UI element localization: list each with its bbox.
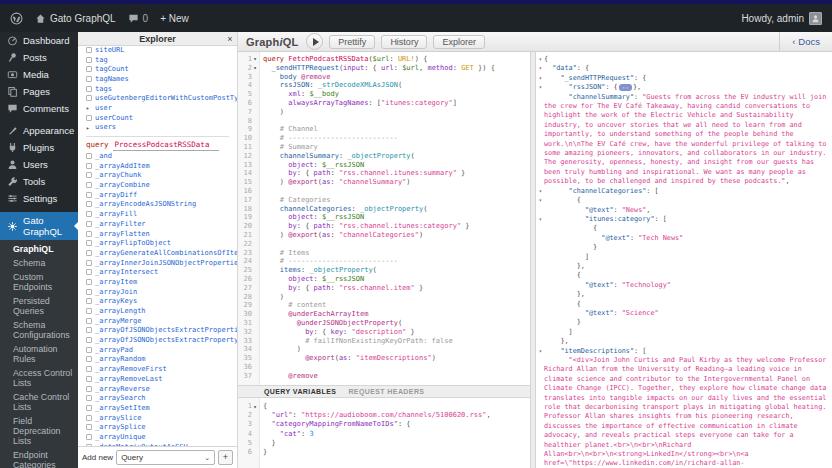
add-operation-button[interactable]: + — [218, 450, 233, 465]
fold-toggle-icon[interactable]: ▾ — [537, 55, 544, 64]
field-checkbox[interactable] — [86, 95, 92, 101]
sidebar-item-users[interactable]: Users — [0, 156, 78, 173]
submenu-item-field-deprecation-lists[interactable]: Field Deprecation Lists — [0, 414, 78, 448]
field-checkbox[interactable] — [86, 279, 92, 285]
fold-toggle-icon[interactable]: ▾ — [252, 402, 258, 411]
submenu-item-persisted-queries[interactable]: Persisted Queries — [0, 294, 78, 318]
fold-toggle-icon[interactable]: ▾ — [537, 74, 544, 83]
explorer-field-_arrayRemoveFirst[interactable]: _arrayRemoveFirst — [86, 364, 237, 374]
explorer-field-_arrayRemoveLast[interactable]: _arrayRemoveLast — [86, 374, 237, 384]
field-checkbox[interactable] — [86, 405, 92, 411]
field-checkbox[interactable] — [86, 434, 92, 440]
explorer-field-useGutenbergEditorWithCustomPostType[interactable]: useGutenbergEditorWithCustomPostType — [86, 93, 237, 103]
explorer-field-_arrayOfJSONObjectsExtractProperty[interactable]: _arrayOfJSONObjectsExtractProperty — [86, 335, 237, 345]
field-checkbox[interactable] — [86, 318, 92, 324]
explorer-field-_arrayFill[interactable]: _arrayFill — [86, 209, 237, 219]
field-checkbox[interactable] — [86, 153, 92, 159]
explorer-field-tags[interactable]: tags — [86, 84, 237, 94]
fold-toggle-icon[interactable]: ▾ — [537, 64, 544, 73]
field-checkbox[interactable] — [86, 424, 92, 430]
query-editor[interactable]: 1▾query FetchPodcastRSSData($url: URL!) … — [238, 52, 530, 385]
user-avatar[interactable] — [809, 12, 822, 25]
explorer-field-_arrayEncodeAsJSONString[interactable]: _arrayEncodeAsJSONString — [86, 200, 237, 210]
explorer-field-_arrayReverse[interactable]: _arrayReverse — [86, 384, 237, 394]
explorer-field-_arraySplice[interactable]: _arraySplice — [86, 422, 237, 432]
tab-request-headers[interactable]: REQUEST HEADERS — [348, 388, 424, 395]
submenu-item-endpoint-categories[interactable]: Endpoint Categories — [0, 448, 78, 468]
explorer-field-_arrayKeys[interactable]: _arrayKeys — [86, 297, 237, 307]
history-button[interactable]: History — [381, 35, 427, 49]
field-checkbox[interactable] — [86, 240, 92, 246]
explorer-field-_arrayCombine[interactable]: _arrayCombine — [86, 180, 237, 190]
explorer-field-_and[interactable]: _and — [86, 151, 237, 161]
new-content-button[interactable]: + New — [160, 13, 189, 24]
field-checkbox[interactable] — [86, 192, 92, 198]
field-checkbox[interactable] — [86, 250, 92, 256]
sidebar-item-comments[interactable]: Comments — [0, 100, 78, 117]
sidebar-item-posts[interactable]: Posts — [0, 49, 78, 66]
explorer-field-_arrayFlatten[interactable]: _arrayFlatten — [86, 229, 237, 239]
explorer-field-_arrayRandom[interactable]: _arrayRandom — [86, 355, 237, 365]
explorer-field-_arrayJoin[interactable]: _arrayJoin — [86, 287, 237, 297]
explorer-field-_arrayFilter[interactable]: _arrayFilter — [86, 219, 237, 229]
field-checkbox[interactable] — [86, 337, 92, 343]
field-checkbox[interactable] — [86, 269, 92, 275]
fold-toggle-icon[interactable]: ▾ — [537, 215, 544, 224]
submenu-item-cache-control-lists[interactable]: Cache Control Lists — [0, 390, 78, 414]
explorer-field-siteURL[interactable]: siteURL — [86, 46, 237, 55]
wordpress-logo-icon[interactable] — [10, 12, 23, 25]
field-checkbox[interactable] — [86, 76, 92, 82]
explorer-field-_arrayIntersect[interactable]: _arrayIntersect — [86, 267, 237, 277]
field-checkbox[interactable] — [86, 182, 92, 188]
sidebar-item-media[interactable]: Media — [0, 66, 78, 83]
field-checkbox[interactable] — [86, 386, 92, 392]
field-checkbox[interactable] — [86, 115, 92, 121]
explorer-field-_arrayDiff[interactable]: _arrayDiff — [86, 190, 237, 200]
submenu-item-custom-endpoints[interactable]: Custom Endpoints — [0, 270, 78, 294]
field-checkbox[interactable] — [86, 260, 92, 266]
explorer-field-users[interactable]: ▸users — [86, 123, 237, 133]
sidebar-item-dashboard[interactable]: Dashboard — [0, 32, 78, 49]
explorer-field-_arrayItem[interactable]: _arrayItem — [86, 277, 237, 287]
fold-toggle-icon[interactable]: ▾ — [537, 187, 544, 196]
explorer-field-_arrayMerge[interactable]: _arrayMerge — [86, 316, 237, 326]
submenu-item-schema[interactable]: Schema — [0, 256, 78, 270]
expand-caret-icon[interactable]: ▸ — [86, 124, 92, 131]
prettify-button[interactable]: Prettify — [329, 35, 375, 49]
sidebar-item-settings[interactable]: Settings — [0, 190, 78, 207]
field-checkbox[interactable] — [86, 86, 92, 92]
field-checkbox[interactable] — [86, 347, 92, 353]
explorer-field-userCount[interactable]: userCount — [86, 113, 237, 123]
explorer-field-_arraySlice[interactable]: _arraySlice — [86, 413, 237, 423]
query-variables-editor[interactable]: 1▾{2 "url": "https://audioboom.com/chann… — [238, 398, 530, 468]
expand-caret-icon[interactable]: ▸ — [86, 104, 92, 111]
explorer-field-tagCount[interactable]: tagCount — [86, 64, 237, 74]
field-checkbox[interactable] — [86, 231, 92, 237]
sidebar-item-tools[interactable]: Tools — [0, 173, 78, 190]
field-checkbox[interactable] — [86, 172, 92, 178]
explorer-field-user[interactable]: ▸user — [86, 103, 237, 113]
field-checkbox[interactable] — [86, 211, 92, 217]
field-checkbox[interactable] — [86, 356, 92, 362]
explorer-field-tag[interactable]: tag — [86, 55, 237, 65]
field-checkbox[interactable] — [86, 395, 92, 401]
fold-toggle-icon[interactable]: ▾ — [537, 83, 544, 92]
sidebar-item-gato-graphql[interactable]: Gato GraphQL — [0, 212, 78, 240]
field-checkbox[interactable] — [86, 66, 92, 72]
explorer-toggle-button[interactable]: Explorer — [433, 35, 485, 49]
fold-toggle-icon[interactable]: ▾ — [252, 64, 258, 73]
field-checkbox[interactable] — [86, 327, 92, 333]
submenu-item-automation-rules[interactable]: Automation Rules — [0, 342, 78, 366]
explorer-field-_arrayAddItem[interactable]: _arrayAddItem — [86, 161, 237, 171]
explorer-field-_arrayLength[interactable]: _arrayLength — [86, 306, 237, 316]
field-checkbox[interactable] — [86, 47, 92, 53]
explorer-field-_arraySearch[interactable]: _arraySearch — [86, 393, 237, 403]
howdy-label[interactable]: Howdy, admin — [741, 13, 804, 24]
explorer-field-_arrayGenerateAllCombinationsOfItems[interactable]: _arrayGenerateAllCombinationsOfItems — [86, 248, 237, 258]
field-checkbox[interactable] — [86, 298, 92, 304]
operation-name-input[interactable]: ProcessPodcastRSSData — [113, 140, 220, 151]
field-checkbox[interactable] — [86, 415, 92, 421]
fold-toggle-icon[interactable]: ▾ — [537, 347, 544, 356]
field-checkbox[interactable] — [86, 163, 92, 169]
fold-toggle-icon[interactable]: ▾ — [252, 55, 258, 64]
